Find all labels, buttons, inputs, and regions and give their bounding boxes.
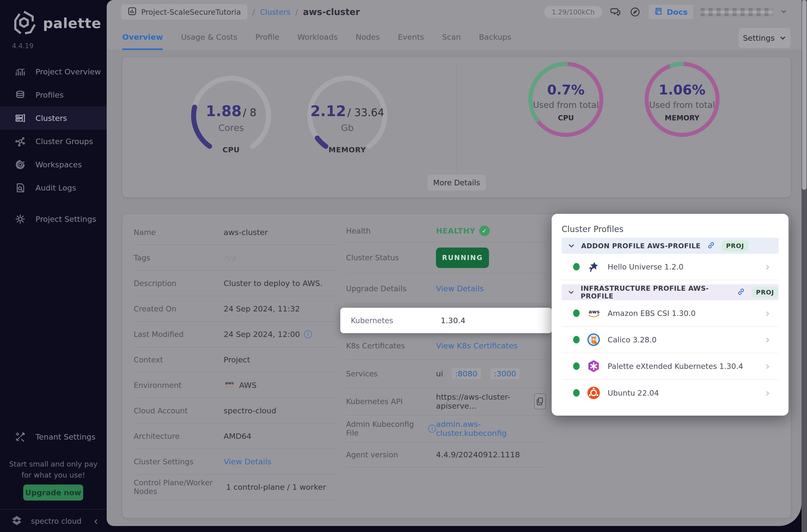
service-port-link[interactable]: :8080 (451, 368, 481, 379)
detail-row-health: Health HEALTHY ✓ (346, 220, 546, 242)
kubernetes-version-spotlight-row[interactable]: Kubernetes 1.30.4 (340, 308, 552, 333)
tab-scan[interactable]: Scan (442, 24, 461, 50)
addon-profile-header[interactable]: ADDON PROFILE AWS-PROFILE PROJ (562, 238, 778, 254)
sidebar-item-tenant-settings[interactable]: Tenant Settings (0, 425, 107, 449)
cpu-donut-label: CPU (523, 114, 608, 122)
scrollbar-track[interactable] (802, 0, 807, 532)
docs-button[interactable]: Docs (649, 5, 693, 19)
detail-row-description: Description Cluster to deploy to AWS. (134, 271, 337, 296)
tab-backups[interactable]: Backups (479, 24, 511, 50)
row-value: 1 control-plane / 1 worker (226, 482, 326, 492)
breadcrumb-current-cluster: aws-cluster (303, 7, 360, 17)
link-icon[interactable] (736, 287, 746, 297)
scrollbar-thumb[interactable] (802, 0, 807, 190)
breadcrumb-project-pill[interactable]: Project-ScaleSecureTutoria (121, 4, 247, 20)
aws-logo-icon: aws (224, 380, 235, 390)
user-menu-chevron-icon[interactable] (781, 8, 787, 16)
profile-layer-amazon-ebs-csi[interactable]: aws Amazon EBS CSI 1.30.0 › (562, 300, 778, 327)
copy-icon[interactable] (534, 393, 546, 410)
docs-label: Docs (667, 7, 688, 17)
profile-layer-palette-extended-kubernetes[interactable]: Palette eXtended Kubernetes 1.30.4 › (562, 353, 778, 380)
info-icon[interactable]: i (428, 424, 436, 433)
tab-events[interactable]: Events (398, 24, 424, 50)
tools-icon (15, 431, 26, 442)
top-header: Project-ScaleSecureTutoria / Clusters / … (107, 0, 802, 24)
detail-row-context: Context Project (134, 347, 337, 373)
detail-row-nodes: Control Plane/Worker Nodes 1 control-pla… (134, 475, 337, 500)
sidebar-item-workspaces[interactable]: Workspaces (0, 153, 107, 176)
breadcrumb-separator: / (252, 8, 255, 17)
kubeconfig-download-link[interactable]: admin.aws-cluster.kubeconfig (436, 420, 546, 438)
profile-layer-ubuntu[interactable]: Ubuntu 22.04 › (562, 380, 778, 406)
collapse-sidebar-icon[interactable]: ‹ (94, 512, 98, 530)
cpu-total-value: / 8 (243, 107, 256, 119)
tab-usage-costs[interactable]: Usage & Costs (181, 24, 237, 50)
service-port-link[interactable]: :3000 (490, 368, 520, 379)
breadcrumb-clusters-link[interactable]: Clusters (260, 8, 290, 17)
svg-text:aws: aws (589, 309, 600, 315)
tab-profile[interactable]: Profile (255, 24, 279, 50)
addon-profile-name: ADDON PROFILE AWS-PROFILE (581, 242, 700, 250)
upgrade-now-button[interactable]: Upgrade now (23, 484, 83, 500)
tab-workloads[interactable]: Workloads (297, 24, 338, 50)
sidebar-item-project-settings[interactable]: Project Settings (0, 207, 107, 231)
header-actions: 1.29/100kCh Docs (544, 0, 787, 24)
sidebar-item-label: Profiles (36, 90, 64, 99)
cluster-settings-view-details-link[interactable]: View Details (224, 457, 271, 466)
row-label: Services (346, 369, 436, 378)
profile-layer-hello-universe[interactable]: Hello Universe 1.2.0 › (562, 254, 778, 280)
cpu-unit: Cores (186, 122, 276, 133)
infrastructure-profile-header[interactable]: INFRASTRUCTURE PROFILE AWS-PROFILE PROJ (562, 284, 778, 300)
row-label: Agent version (346, 450, 436, 459)
row-label: Architecture (134, 432, 224, 441)
help-compass-icon[interactable] (629, 6, 641, 18)
chevron-right-icon[interactable]: › (765, 262, 770, 272)
status-dot (573, 263, 580, 270)
profile-layer-calico[interactable]: Calico 3.28.0 › (562, 327, 778, 353)
memory-gauge: 2.12 / 33.64 Gb MEMORY (302, 71, 392, 160)
sidebar-item-profiles[interactable]: Profiles (0, 83, 107, 107)
row-label: Name (134, 228, 224, 237)
sidebar-item-clusters[interactable]: Clusters (0, 107, 107, 130)
settings-dropdown-button[interactable]: Settings (738, 28, 790, 48)
more-details-button[interactable]: More Details (428, 175, 486, 190)
tab-overview[interactable]: Overview (122, 24, 163, 50)
chevron-right-icon[interactable]: › (765, 335, 770, 345)
sidebar-item-project-overview[interactable]: Project Overview (0, 60, 107, 83)
chat-icon[interactable] (609, 6, 622, 18)
memory-usage-donut: 1.06% Used from total MEMORY (640, 57, 725, 142)
info-icon[interactable]: i (304, 330, 312, 338)
breadcrumb: Project-ScaleSecureTutoria / Clusters / … (121, 4, 360, 20)
brand-name: palette (43, 15, 101, 31)
sidebar-item-label: Audit Logs (36, 183, 76, 192)
memory-used-value: 2.12 (310, 103, 346, 120)
sidebar-item-audit-logs[interactable]: Audit Logs (0, 176, 107, 200)
view-k8s-certificates-link[interactable]: View K8s Certificates (436, 341, 518, 350)
cluster-profiles-title: Cluster Profiles (562, 224, 623, 234)
sidebar-footer-divider (0, 509, 107, 510)
status-dot (573, 309, 580, 317)
cluster-groups-icon (15, 136, 26, 147)
link-icon[interactable] (707, 241, 716, 251)
chevron-right-icon[interactable]: › (765, 388, 770, 398)
detail-row-kubeconfig: Admin Kubeconfig File i admin.aws-cluste… (346, 415, 546, 442)
sidebar-item-cluster-groups[interactable]: Cluster Groups (0, 130, 107, 153)
cpu-gauge-label: CPU (186, 146, 276, 154)
tab-nodes[interactable]: Nodes (356, 24, 380, 50)
chevron-right-icon[interactable]: › (765, 308, 770, 318)
memory-donut-caption: Used from total (640, 100, 725, 110)
row-value: Cluster to deploy to AWS. (224, 279, 322, 288)
sidebar-footer: spectro cloud ‹ (0, 511, 107, 531)
cpu-donut-caption: Used from total (523, 100, 608, 110)
details-right-column: Health HEALTHY ✓ Cluster Status RUNNING … (346, 220, 546, 467)
detail-row-created-on: Created On 24 Sep 2024, 11:32 (134, 296, 337, 322)
upgrade-view-details-link[interactable]: View Details (436, 284, 484, 293)
brand-logo: palette (11, 10, 101, 36)
sidebar-item-label: Tenant Settings (36, 432, 95, 441)
detail-row-services: Services ui :8080 :3000 (346, 360, 546, 388)
row-label: Description (134, 279, 224, 288)
scope-badge: PROJ (752, 287, 778, 298)
calico-icon (587, 333, 601, 347)
chevron-right-icon[interactable]: › (765, 361, 770, 371)
row-value: AMD64 (224, 432, 251, 441)
